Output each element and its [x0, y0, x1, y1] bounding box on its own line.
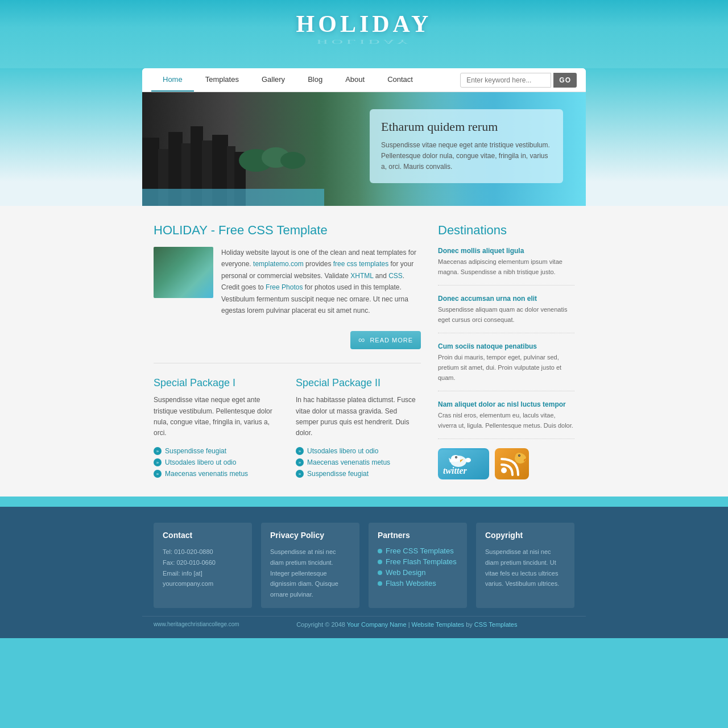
destinations-title: Destinations — [438, 223, 574, 238]
twitter-badge[interactable]: twitter — [438, 448, 489, 479]
section-divider — [154, 363, 421, 363]
package-2-list: Utsodales libero ut odio Maecenas venena… — [296, 445, 421, 479]
search-area: GO — [460, 73, 577, 88]
footer-bottom: www.heritagechristiancollege.com Copyrig… — [142, 616, 586, 632]
flash-websites-link[interactable]: Flash Websites — [386, 579, 436, 588]
footer-partners-title: Partners — [378, 531, 458, 540]
destination-3: Cum sociis natoque penatibus Proin dui m… — [438, 342, 574, 391]
search-input[interactable] — [460, 73, 551, 88]
css2-link[interactable]: CSS — [388, 272, 403, 280]
destination-2: Donec accumsan urna non elit Suspendisse… — [438, 295, 574, 333]
free-css-link[interactable]: Free CSS Templates — [386, 547, 454, 555]
footer-copyright-col: Copyright Suspendisse at nisi nec diam p… — [476, 523, 574, 607]
partner-4: Flash Websites — [378, 579, 458, 588]
nav-about[interactable]: About — [334, 68, 376, 92]
copyright-text: Copyright © 2048 — [296, 621, 347, 628]
footer-site-url: www.heritagechristiancollege.com — [154, 621, 239, 627]
bullet-icon — [378, 570, 382, 575]
css-link[interactable]: free css templates — [333, 260, 388, 268]
footer-privacy-text: Suspendisse at nisi nec diam pretium tin… — [270, 547, 350, 599]
website-templates-link[interactable]: Website Templates — [412, 621, 465, 628]
site-title-reflection: HOLIDAY — [0, 39, 728, 46]
svg-point-19 — [456, 457, 457, 458]
footer-contact: Contact Tel: 010-020-0880 Fax: 020-010-0… — [154, 523, 252, 607]
footer: Contact Tel: 010-020-0880 Fax: 020-010-0… — [0, 507, 728, 638]
css-templates-link[interactable]: CSS Templates — [474, 621, 518, 628]
templatemo-link[interactable]: templatemo.com — [253, 260, 304, 268]
footer-copyright: Copyright © 2048 Your Company Name | Web… — [239, 621, 574, 628]
svg-point-28 — [519, 455, 519, 456]
list-item: Maecenas venenatis metus — [154, 468, 279, 479]
dest-1-desc: Maecenas adipiscing elementum ipsum vita… — [438, 257, 574, 277]
dest-1-link[interactable]: Donec mollis aliquet ligula — [438, 247, 574, 255]
nav-blog[interactable]: Blog — [296, 68, 334, 92]
right-column: Destinations Donec mollis aliquet ligula… — [438, 223, 574, 479]
about-row: Holiday website layout is one of the cle… — [154, 247, 421, 316]
footer-contact-title: Contact — [163, 531, 243, 540]
xhtml-link[interactable]: XHTML — [350, 272, 373, 280]
read-more-icon: ∞ — [358, 335, 365, 345]
web-design-link[interactable]: Web Design — [386, 568, 426, 577]
package-1: Special Package I Suspendisse vitae nequ… — [154, 377, 279, 479]
dest-3-link[interactable]: Cum sociis natoque penatibus — [438, 342, 574, 350]
package-1-desc: Suspendisse vitae neque eget ante tristi… — [154, 395, 279, 439]
footer-partners-list: Free CSS Templates Free Flash Templates … — [378, 547, 458, 588]
content-inner: HOLIDAY - Free CSS Template Holiday webs… — [142, 223, 586, 479]
company-name-link[interactable]: Your Company Name — [347, 621, 407, 628]
nav-bar: Home Templates Gallery Blog About Contac… — [142, 68, 586, 92]
dest-4-desc: Cras nisl eros, elementum eu, laculs vit… — [438, 411, 574, 431]
package-2: Special Package II In hac habitasse plat… — [296, 377, 421, 479]
read-more-button[interactable]: ∞ READ MORE — [350, 331, 421, 349]
nav-contact[interactable]: Contact — [376, 68, 424, 92]
hero-body: Suspendisse vitae neque eget ante tristi… — [381, 140, 552, 173]
sep2: by — [466, 621, 474, 628]
footer-privacy: Privacy Policy Suspendisse at nisi nec d… — [261, 523, 359, 607]
nav-templates[interactable]: Templates — [194, 68, 250, 92]
dest-2-link[interactable]: Donec accumsan urna non elit — [438, 295, 574, 303]
nav-gallery[interactable]: Gallery — [250, 68, 296, 92]
hero-text-box: Etharum quidem rerum Suspendisse vitae n… — [370, 109, 563, 183]
hero-heading: Etharum quidem rerum — [381, 119, 552, 134]
list-icon — [296, 470, 304, 478]
main-content-title: HOLIDAY - Free CSS Template — [154, 223, 421, 238]
list-item: Utsodales libero ut odio — [296, 445, 421, 457]
list-item: Maecenas venenatis metus — [296, 457, 421, 468]
footer-partners: Partners Free CSS Templates Free Flash T… — [369, 523, 467, 607]
header-area: HOLIDAY HOLIDAY — [0, 0, 728, 68]
svg-point-11 — [280, 152, 305, 169]
package-1-title: Special Package I — [154, 377, 279, 389]
package-2-desc: In hac habitasse platea dictumst. Fusce … — [296, 395, 421, 439]
free-photos-link[interactable]: Free Photos — [266, 283, 303, 291]
about-image — [154, 247, 213, 298]
list-item: Suspendisse feugiat — [296, 468, 421, 479]
dest-4-link[interactable]: Nam aliquet dolor ac nisl luctus tempor — [438, 400, 574, 408]
list-icon — [154, 470, 162, 478]
rss-badge[interactable] — [495, 448, 529, 479]
footer-copyright-title: Copyright — [485, 531, 565, 540]
nav-home[interactable]: Home — [151, 68, 194, 92]
search-button[interactable]: GO — [553, 73, 577, 88]
footer-privacy-title: Privacy Policy — [270, 531, 350, 540]
footer-copyright-text: Suspendisse at nisi nec diam pretium tin… — [485, 547, 565, 589]
partner-3: Web Design — [378, 568, 458, 577]
footer-inner: Contact Tel: 010-020-0880 Fax: 020-010-0… — [142, 523, 586, 607]
partner-1: Free CSS Templates — [378, 547, 458, 555]
packages-row: Special Package I Suspendisse vitae nequ… — [154, 377, 421, 479]
list-item: Suspendisse feugiat — [154, 445, 279, 457]
site-title: HOLIDAY — [0, 10, 728, 38]
partner-2: Free Flash Templates — [378, 557, 458, 566]
bullet-icon — [378, 560, 382, 564]
hero-banner: Etharum quidem rerum Suspendisse vitae n… — [142, 92, 586, 206]
social-row: twitter — [438, 448, 574, 479]
list-item: Utsodales libero ut odio — [154, 457, 279, 468]
about-text: Holiday website layout is one of the cle… — [221, 247, 421, 316]
dest-3-desc: Proin dui mauris, tempor eget, pulvinar … — [438, 353, 574, 383]
svg-point-16 — [465, 458, 471, 462]
nav-links: Home Templates Gallery Blog About Contac… — [151, 68, 460, 92]
main-wrapper: Home Templates Gallery Blog About Contac… — [142, 68, 586, 206]
free-flash-link[interactable]: Free Flash Templates — [386, 557, 457, 566]
list-icon — [154, 458, 162, 466]
list-icon — [154, 447, 162, 455]
svg-point-23 — [501, 468, 507, 473]
destination-4: Nam aliquet dolor ac nisl luctus tempor … — [438, 400, 574, 439]
